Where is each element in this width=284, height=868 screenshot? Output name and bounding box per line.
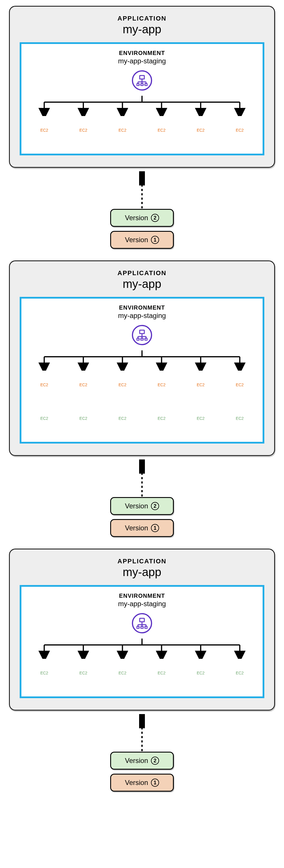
ec2-row: EC2 EC2 EC2 EC2 EC2 EC2: [30, 406, 254, 431]
ec2-label: EC2: [158, 128, 165, 132]
environment-name: my-app-staging: [30, 57, 254, 65]
environment-name: my-app-staging: [30, 600, 254, 608]
ec2-instance: EC2: [71, 118, 96, 143]
ec2-label: EC2: [197, 671, 204, 675]
version-pill: Version 1: [110, 231, 174, 249]
version-number: 1: [151, 779, 159, 787]
deployment-stage: APPLICATION my-app ENVIRONMENT my-app-st…: [0, 549, 284, 792]
ec2-instance: EC2: [32, 406, 57, 431]
ec2-instance: EC2: [110, 406, 135, 431]
environment-box: ENVIRONMENT my-app-staging EC2 EC2 EC2 E…: [20, 42, 264, 155]
version-pill: Version 1: [110, 519, 174, 537]
environment-header: ENVIRONMENT my-app-staging: [30, 593, 254, 608]
version-word: Version: [125, 502, 148, 510]
ec2-instance: EC2: [227, 406, 252, 431]
ec2-instance: EC2: [110, 372, 135, 397]
version-number: 2: [151, 756, 159, 765]
ec2-label: EC2: [197, 128, 204, 132]
ec2-label: EC2: [236, 128, 244, 132]
load-balancer-icon: [132, 70, 152, 91]
application-box: APPLICATION my-app ENVIRONMENT my-app-st…: [9, 549, 275, 711]
ec2-label: EC2: [40, 382, 48, 387]
load-balancer-icon: [132, 325, 152, 345]
environment-label: ENVIRONMENT: [30, 50, 254, 56]
ec2-row: EC2 EC2 EC2 EC2 EC2 EC2: [30, 372, 254, 397]
version-word: Version: [125, 779, 148, 787]
ec2-row: EC2 EC2 EC2 EC2 EC2 EC2: [30, 118, 254, 143]
environment-header: ENVIRONMENT my-app-staging: [30, 50, 254, 65]
fanout-connector: [30, 96, 254, 116]
version-word: Version: [125, 236, 148, 244]
fanout-connector: [30, 350, 254, 371]
deploy-arrow: [139, 460, 145, 497]
version-stack: Version 2 Version 1: [110, 497, 174, 537]
version-pill: Version 1: [110, 774, 174, 792]
ec2-instance: EC2: [110, 118, 135, 143]
ec2-instance: EC2: [110, 660, 135, 685]
ec2-instance: EC2: [188, 406, 213, 431]
ec2-instance: EC2: [149, 660, 174, 685]
load-balancer-icon: [132, 613, 152, 633]
topology: EC2 EC2 EC2 EC2 EC2 EC2: [30, 70, 254, 143]
topology: EC2 EC2 EC2 EC2 EC2 EC2: [30, 613, 254, 685]
ec2-row: EC2 EC2 EC2 EC2 EC2 EC2: [30, 660, 254, 685]
ec2-label: EC2: [40, 416, 48, 421]
ec2-instance: EC2: [227, 372, 252, 397]
version-number: 2: [151, 214, 159, 222]
ec2-label: EC2: [236, 382, 244, 387]
environment-label: ENVIRONMENT: [30, 304, 254, 311]
ec2-label: EC2: [197, 416, 204, 421]
ec2-label: EC2: [119, 416, 126, 421]
ec2-label: EC2: [40, 128, 48, 132]
version-pill: Version 2: [110, 497, 174, 515]
version-word: Version: [125, 214, 148, 222]
ec2-instance: EC2: [71, 660, 96, 685]
ec2-label: EC2: [80, 671, 87, 675]
version-number: 1: [151, 524, 159, 532]
ec2-label: EC2: [119, 128, 126, 132]
ec2-instance: EC2: [71, 372, 96, 397]
version-word: Version: [125, 524, 148, 532]
ec2-instance: EC2: [71, 406, 96, 431]
ec2-instance: EC2: [188, 660, 213, 685]
ec2-label: EC2: [119, 382, 126, 387]
application-label: APPLICATION: [20, 269, 264, 277]
topology: EC2 EC2 EC2 EC2 EC2 EC2 EC2 EC2 EC2 EC: [30, 325, 254, 431]
application-name: my-app: [20, 566, 264, 579]
application-header: APPLICATION my-app: [20, 558, 264, 579]
ec2-instance: EC2: [227, 660, 252, 685]
ec2-label: EC2: [158, 382, 165, 387]
application-name: my-app: [20, 23, 264, 36]
ec2-instance: EC2: [149, 372, 174, 397]
deploy-arrow: [139, 171, 145, 209]
version-stack: Version 2 Version 1: [110, 752, 174, 792]
ec2-label: EC2: [119, 671, 126, 675]
version-number: 2: [151, 502, 159, 510]
ec2-label: EC2: [158, 671, 165, 675]
ec2-instance: EC2: [32, 660, 57, 685]
ec2-label: EC2: [158, 416, 165, 421]
environment-box: ENVIRONMENT my-app-staging EC2 EC2 EC2 E…: [20, 585, 264, 698]
application-header: APPLICATION my-app: [20, 269, 264, 290]
application-header: APPLICATION my-app: [20, 15, 264, 36]
ec2-instance: EC2: [188, 372, 213, 397]
ec2-instance: EC2: [188, 118, 213, 143]
fanout-connector: [30, 639, 254, 659]
application-box: APPLICATION my-app ENVIRONMENT my-app-st…: [9, 260, 275, 456]
ec2-label: EC2: [236, 671, 244, 675]
ec2-instance: EC2: [32, 372, 57, 397]
ec2-instance: EC2: [149, 118, 174, 143]
environment-name: my-app-staging: [30, 312, 254, 320]
environment-header: ENVIRONMENT my-app-staging: [30, 304, 254, 320]
application-label: APPLICATION: [20, 15, 264, 22]
ec2-instance: EC2: [227, 118, 252, 143]
deploy-arrow: [139, 714, 145, 752]
ec2-label: EC2: [80, 416, 87, 421]
version-pill: Version 2: [110, 209, 174, 227]
ec2-instance: EC2: [149, 406, 174, 431]
ec2-label: EC2: [236, 416, 244, 421]
version-word: Version: [125, 756, 148, 765]
application-box: APPLICATION my-app ENVIRONMENT my-app-st…: [9, 6, 275, 168]
version-pill: Version 2: [110, 752, 174, 770]
application-name: my-app: [20, 277, 264, 290]
